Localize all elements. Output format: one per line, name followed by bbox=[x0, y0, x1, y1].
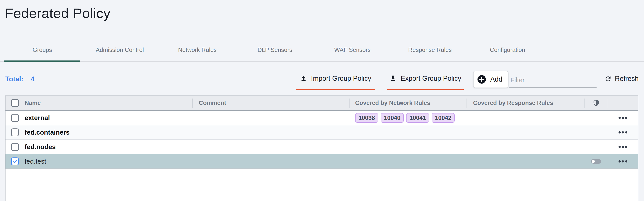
filter-input[interactable] bbox=[509, 74, 596, 88]
tab-waf-sensors[interactable]: WAF Sensors bbox=[314, 43, 391, 61]
response-rule-badges bbox=[466, 154, 584, 168]
tab-dlp-sensors[interactable]: DLP Sensors bbox=[236, 43, 314, 61]
shield-icon bbox=[593, 100, 599, 106]
indeterminate-dash-icon bbox=[13, 103, 17, 103]
upload-icon bbox=[300, 75, 307, 82]
rule-id-badge: 10040 bbox=[381, 113, 404, 123]
row-actions-menu[interactable] bbox=[617, 158, 629, 164]
response-rule-badges bbox=[466, 140, 584, 154]
header-actions bbox=[608, 96, 638, 110]
row-checkbox[interactable] bbox=[11, 143, 19, 151]
policy-table: Name Comment Covered by Network Rules Co… bbox=[5, 95, 638, 201]
table-header: Name Comment Covered by Network Rules Co… bbox=[6, 96, 638, 111]
export-group-policy-button[interactable]: Export Group Policy bbox=[387, 73, 464, 90]
row-actions-menu[interactable] bbox=[617, 115, 629, 121]
plus-circle-icon bbox=[477, 74, 487, 84]
tab-label: DLP Sensors bbox=[258, 47, 292, 53]
response-rule-badges bbox=[466, 125, 584, 139]
row-actions-menu[interactable] bbox=[617, 144, 629, 150]
add-button[interactable]: Add bbox=[473, 71, 508, 88]
header-network-rules-label: Covered by Network Rules bbox=[355, 100, 430, 106]
network-rule-badges bbox=[350, 125, 466, 139]
total-value: 4 bbox=[31, 75, 34, 83]
refresh-button[interactable]: Refresh bbox=[604, 75, 639, 83]
refresh-label: Refresh bbox=[615, 75, 639, 83]
tab-label: WAF Sensors bbox=[334, 47, 371, 53]
row-actions-menu[interactable] bbox=[617, 129, 629, 135]
check-icon bbox=[12, 158, 18, 164]
header-mode-column bbox=[584, 96, 608, 110]
tab-admission-control[interactable]: Admission Control bbox=[81, 43, 158, 61]
network-rule-badges bbox=[350, 140, 466, 154]
import-group-policy-button[interactable]: Import Group Policy bbox=[296, 73, 375, 90]
row-checkbox[interactable] bbox=[11, 114, 19, 122]
row-checkbox[interactable] bbox=[11, 128, 19, 136]
header-comment-label: Comment bbox=[199, 100, 226, 106]
table-row[interactable]: fed.test bbox=[6, 154, 638, 169]
policy-mode-toggle[interactable] bbox=[591, 159, 602, 164]
add-label: Add bbox=[490, 75, 502, 83]
tab-label: Admission Control bbox=[96, 47, 144, 53]
tab-bar: Groups Admission Control Network Rules D… bbox=[0, 43, 644, 62]
select-all-checkbox[interactable] bbox=[11, 99, 19, 107]
import-underline bbox=[296, 89, 375, 90]
download-icon bbox=[390, 75, 397, 82]
table-row[interactable]: external 10038100401004110042 bbox=[6, 111, 638, 125]
import-label: Import Group Policy bbox=[311, 75, 371, 82]
tab-label: Network Rules bbox=[178, 47, 217, 53]
export-underline bbox=[387, 89, 464, 90]
response-rule-badges bbox=[466, 111, 584, 125]
header-response-rules: Covered by Response Rules bbox=[466, 96, 584, 110]
table-body: external 10038100401004110042 fed.contai… bbox=[6, 111, 638, 169]
tab-label: Groups bbox=[32, 47, 52, 53]
header-comment: Comment bbox=[192, 96, 350, 110]
rule-id-badge: 10038 bbox=[355, 113, 378, 123]
network-rule-badges bbox=[350, 154, 466, 168]
row-name: external bbox=[24, 114, 50, 122]
rule-id-badge: 10041 bbox=[406, 113, 429, 123]
header-response-rules-label: Covered by Response Rules bbox=[473, 100, 553, 106]
header-name: Name bbox=[6, 96, 192, 110]
tab-network-rules[interactable]: Network Rules bbox=[158, 43, 236, 61]
row-checkbox[interactable] bbox=[11, 157, 19, 165]
row-name: fed.test bbox=[24, 158, 46, 165]
tab-label: Response Rules bbox=[408, 47, 452, 53]
refresh-icon bbox=[604, 75, 612, 82]
row-name: fed.containers bbox=[24, 129, 70, 136]
page-title: Federated Policy bbox=[5, 5, 110, 21]
network-rule-badges: 10038100401004110042 bbox=[350, 111, 466, 125]
header-network-rules: Covered by Network Rules bbox=[350, 96, 466, 110]
table-row[interactable]: fed.containers bbox=[6, 125, 638, 140]
total-count: Total:4 bbox=[5, 75, 34, 83]
tab-groups[interactable]: Groups bbox=[4, 43, 81, 61]
export-label: Export Group Policy bbox=[401, 75, 461, 82]
total-label: Total: bbox=[5, 75, 23, 83]
tab-configuration[interactable]: Configuration bbox=[469, 43, 546, 61]
table-row[interactable]: fed.nodes bbox=[6, 140, 638, 154]
federated-policy-page: Federated Policy Groups Admission Contro… bbox=[0, 0, 644, 201]
tab-response-rules[interactable]: Response Rules bbox=[391, 43, 469, 61]
row-name: fed.nodes bbox=[24, 143, 56, 151]
header-name-label: Name bbox=[24, 100, 41, 106]
toggle-knob bbox=[592, 160, 595, 163]
tab-label: Configuration bbox=[490, 47, 525, 53]
rule-id-badge: 10042 bbox=[432, 113, 455, 123]
